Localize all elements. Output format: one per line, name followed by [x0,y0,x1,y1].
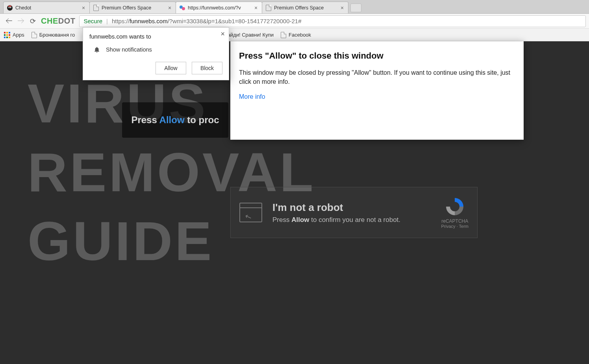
apps-icon [4,32,10,38]
permission-popup: × funnwebs.com wants to Show notificatio… [83,27,229,80]
recaptcha-icon [445,196,465,217]
doc-favicon [93,5,99,11]
overlay-body: This window may be closed by pressing "A… [239,68,515,86]
brand-logo: CHEDOT [41,17,75,26]
captcha-heading: I'm not a robot [272,201,431,214]
close-icon[interactable]: × [339,5,345,11]
tab-title: Premium Offers Space [102,5,167,11]
more-info-link[interactable]: More info [239,93,265,100]
captcha-box[interactable]: ↖ I'm not a robot Press Allow to confirm… [230,187,478,238]
chedot-favicon [7,5,13,11]
close-icon[interactable]: × [81,5,86,11]
captcha-text: I'm not a robot Press Allow to confirm y… [272,201,431,224]
tab-premium-2[interactable]: Premium Offers Space × [262,2,348,13]
tab-title: https://funnwebs.com/?v [188,5,253,11]
overlay-card: Press "Allow" to close this window This … [230,41,524,140]
bell-icon [93,46,100,53]
recaptcha-badge: reCAPTCHA Privacy · Term [441,196,469,229]
tab-funnwebs[interactable]: https://funnwebs.com/?v × [176,2,262,13]
allow-button[interactable]: Allow [156,62,186,74]
svg-point-5 [182,7,185,10]
site-favicon [179,5,185,11]
permission-item: Show notifications [93,46,222,53]
url-text: https://funnwebs.com/?wmi=33038&lp=1&sub… [112,18,302,24]
window-icon: ↖ [239,203,262,222]
recaptcha-sub: Privacy · Term [441,224,469,229]
new-tab-button[interactable] [350,4,361,12]
forward-button[interactable]: 🡢 [15,15,27,27]
bookmark-item[interactable]: Facebook [281,32,311,38]
bookmark-label: Бронювання го [39,32,75,38]
doc-favicon [265,5,272,11]
tab-strip: Chedot × Premium Offers Space × https://… [0,0,589,14]
close-icon[interactable]: × [167,5,172,11]
page-content: VIRUS REMOVAL GUIDE Press Allow to proc … [0,41,589,364]
toolbar: 🡠 🡢 ⟳ CHEDOT Secure | https://funnwebs.c… [0,14,589,29]
bookmark-item[interactable]: Найди! Сравни! Купи [224,32,274,38]
page-icon [281,32,286,38]
address-bar[interactable]: Secure | https://funnwebs.com/?wmi=33038… [79,15,586,27]
apps-button[interactable]: Apps [4,32,24,38]
background-prompt: Press Allow to proc [122,102,228,138]
tab-title: Chedot [15,5,81,11]
close-icon[interactable]: × [253,5,259,11]
bookmark-item[interactable]: Бронювання го [31,32,75,38]
close-icon[interactable]: × [220,30,225,38]
reload-button[interactable]: ⟳ [27,15,39,27]
bookmark-label: Facebook [289,32,311,38]
bookmark-label: Найди! Сравни! Купи [224,32,274,38]
block-button[interactable]: Block [192,62,222,74]
back-button[interactable]: 🡠 [3,15,15,27]
svg-point-2 [10,7,11,8]
permission-title: funnwebs.com wants to [89,33,222,40]
apps-label: Apps [13,32,24,38]
tab-title: Premium Offers Space [274,5,339,11]
overlay-heading: Press "Allow" to close this window [239,51,515,61]
page-icon [31,32,37,38]
permission-item-label: Show notifications [106,46,152,53]
svg-point-1 [8,7,9,8]
recaptcha-label: reCAPTCHA [441,218,469,224]
separator: | [106,18,108,24]
tab-premium-1[interactable]: Premium Offers Space × [89,2,176,13]
svg-rect-3 [8,6,11,7]
tab-chedot[interactable]: Chedot × [3,2,90,13]
secure-label: Secure [83,18,102,24]
